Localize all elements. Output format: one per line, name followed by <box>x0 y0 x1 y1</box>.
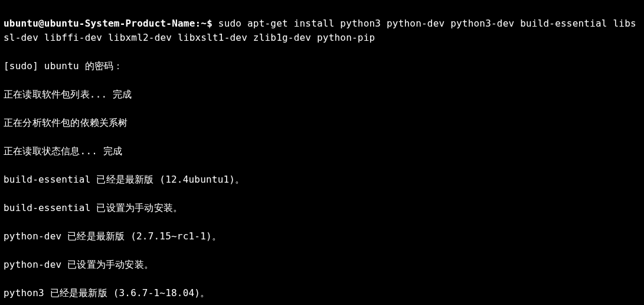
output-line: build-essential 已设置为手动安装。 <box>4 201 640 215</box>
prompt-sep: : <box>195 18 201 29</box>
output-line: 正在读取状态信息... 完成 <box>4 144 640 158</box>
prompt-path: ~ <box>201 18 207 29</box>
terminal-output[interactable]: ubuntu@ubuntu-System-Product-Name:~$ sud… <box>0 0 644 305</box>
output-line: python3 已经是最新版 (3.6.7-1~18.04)。 <box>4 286 640 300</box>
output-line: build-essential 已经是最新版 (12.4ubuntu1)。 <box>4 173 640 187</box>
command-line: ubuntu@ubuntu-System-Product-Name:~$ sud… <box>4 17 640 45</box>
prompt-symbol: $ <box>207 18 218 29</box>
output-line: python-dev 已设置为手动安装。 <box>4 258 640 272</box>
sudo-password-prompt: [sudo] ubuntu 的密码： <box>4 59 640 73</box>
output-line: 正在读取软件包列表... 完成 <box>4 87 640 102</box>
output-line: python-dev 已经是最新版 (2.7.15~rc1-1)。 <box>4 229 640 244</box>
output-line: 正在分析软件包的依赖关系树 <box>4 116 640 130</box>
prompt-user: ubuntu@ubuntu-System-Product-Name <box>4 18 195 29</box>
